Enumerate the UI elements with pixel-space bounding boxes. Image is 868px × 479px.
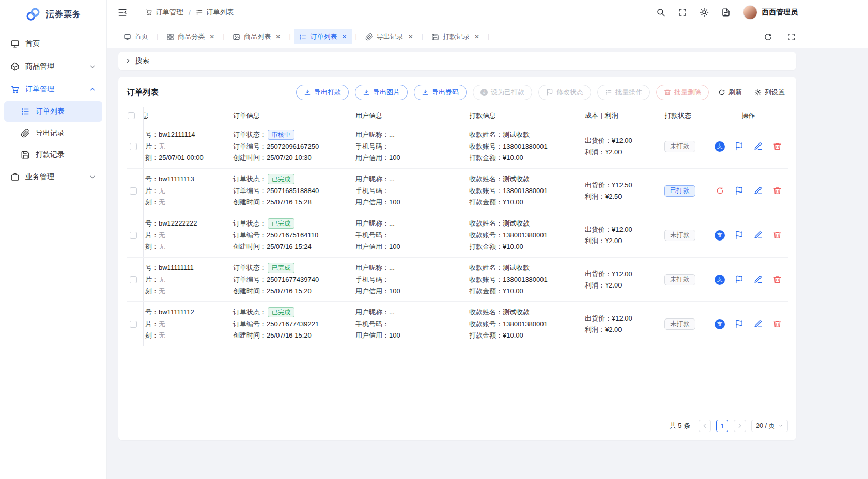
- table-row: 号：bw12111114 片：无 刻：25/07/01 00:00 订单状态：审…: [127, 124, 788, 169]
- edit-icon[interactable]: [752, 318, 764, 330]
- set-paid-button[interactable]: 支 设为已打款: [473, 85, 532, 100]
- page-size-select[interactable]: 20 / 页: [751, 420, 788, 432]
- product-time: 25/07/01 00:00: [159, 152, 204, 164]
- column-settings-button[interactable]: 列设置: [751, 85, 788, 100]
- product-image: 无: [159, 230, 165, 241]
- sidebar-item-order-management[interactable]: 订单管理: [4, 78, 102, 100]
- header-payment-status: 打款状态: [657, 107, 709, 124]
- batch-operations-button[interactable]: 批量操作: [597, 85, 650, 100]
- fullscreen-icon[interactable]: [787, 33, 796, 41]
- refresh-button[interactable]: 刷新: [715, 85, 745, 100]
- tab-separator: |: [355, 33, 357, 40]
- select-all-checkbox[interactable]: [128, 112, 135, 119]
- payee-name: 测试收款: [503, 173, 530, 185]
- app-brand[interactable]: 沄券票务: [0, 0, 106, 29]
- document-icon[interactable]: [721, 8, 731, 17]
- row-checkbox[interactable]: [130, 276, 137, 283]
- edit-icon[interactable]: [752, 274, 764, 285]
- tab-separator: |: [157, 33, 158, 40]
- fullscreen-icon[interactable]: [678, 8, 687, 17]
- payee-account: 138001380001: [503, 318, 548, 330]
- row-checkbox[interactable]: [130, 143, 137, 150]
- table-row: 号：bw12222222 片：无 刻：无 订单状态：已完成 订单编号：25071…: [127, 213, 788, 258]
- delete-icon[interactable]: [771, 274, 783, 285]
- sidebar-item-product-management[interactable]: 商品管理: [4, 56, 102, 77]
- export-code-button[interactable]: 导出券码: [414, 85, 467, 100]
- alipay-pay-icon[interactable]: 支: [714, 230, 725, 241]
- row-checkbox[interactable]: [130, 321, 137, 328]
- sidebar-item-home[interactable]: 首页: [4, 33, 102, 55]
- sidebar-item-payment-records[interactable]: 打款记录: [4, 145, 102, 165]
- tab-product-list[interactable]: 商品列表 ✕: [227, 29, 286, 44]
- refund-icon[interactable]: [714, 185, 725, 197]
- delete-icon[interactable]: [771, 318, 783, 330]
- flag-icon[interactable]: [733, 230, 745, 241]
- user-menu[interactable]: 西西管理员: [743, 5, 798, 20]
- sidebar-item-business-management[interactable]: 业务管理: [4, 166, 102, 188]
- tab-separator: |: [488, 33, 489, 40]
- alipay-pay-icon[interactable]: 支: [714, 274, 725, 285]
- sidebar-item-export-records[interactable]: 导出记录: [4, 123, 102, 143]
- modify-status-button[interactable]: 修改状态: [538, 85, 591, 100]
- briefcase-icon: [10, 172, 20, 182]
- row-checkbox[interactable]: [130, 187, 137, 195]
- flag-icon[interactable]: [733, 318, 745, 330]
- breadcrumb-order-list[interactable]: 订单列表: [196, 8, 234, 17]
- product-time: 无: [159, 330, 165, 341]
- monitor-icon: [123, 33, 131, 41]
- main-area: 订单管理 / 订单列表 西西管理员: [107, 0, 868, 479]
- row-checkbox[interactable]: [130, 232, 137, 239]
- sidebar-item-order-list[interactable]: 订单列表: [4, 101, 102, 122]
- batch-delete-button[interactable]: 批量删除: [656, 85, 709, 100]
- header-cost-profit: 成本｜利润: [581, 107, 657, 124]
- pagination-next-button[interactable]: [734, 420, 746, 432]
- gear-icon: [754, 89, 762, 96]
- order-info-cell: 订单状态：已完成 订单编号：25071685188840 创建时间：25/07/…: [229, 169, 351, 213]
- delete-icon[interactable]: [771, 141, 783, 152]
- delete-icon[interactable]: [771, 230, 783, 241]
- breadcrumb-order-management[interactable]: 订单管理: [145, 8, 183, 17]
- edit-icon[interactable]: [752, 141, 764, 152]
- chevron-down-icon: [89, 173, 96, 181]
- tab-product-category[interactable]: 商品分类 ✕: [161, 29, 220, 44]
- flag-icon[interactable]: [733, 274, 745, 285]
- header-user-info: 用户信息: [351, 107, 465, 124]
- payment-status-cell: 未打款: [657, 124, 709, 168]
- user-info-cell: 用户昵称：... 手机号码： 用户信用：100: [351, 124, 465, 168]
- avatar: [743, 5, 757, 20]
- product-code: bw11111111: [159, 262, 194, 274]
- tab-order-list[interactable]: 订单列表 ✕: [294, 29, 352, 44]
- export-payment-button[interactable]: 导出打款: [296, 85, 349, 100]
- tab-separator: |: [289, 33, 290, 40]
- search-collapse-panel[interactable]: 搜索: [118, 52, 796, 70]
- edit-icon[interactable]: [752, 230, 764, 241]
- tab-close-icon[interactable]: ✕: [342, 34, 347, 40]
- tab-close-icon[interactable]: ✕: [408, 34, 413, 40]
- tab-close-icon[interactable]: ✕: [209, 34, 214, 40]
- monitor-icon: [10, 39, 20, 49]
- ship-price: ¥12.00: [612, 313, 632, 324]
- flag-icon[interactable]: [733, 141, 745, 152]
- search-icon[interactable]: [656, 8, 665, 17]
- payment-status-badge: 未打款: [664, 318, 695, 330]
- tab-close-icon[interactable]: ✕: [275, 34, 281, 40]
- order-number: 25072096167250: [267, 141, 319, 152]
- menu-fold-icon[interactable]: [117, 7, 128, 18]
- tab-close-icon[interactable]: ✕: [474, 34, 479, 40]
- tab-payment-records[interactable]: 打款记录 ✕: [426, 29, 485, 44]
- profit-value: ¥2.00: [605, 324, 622, 336]
- edit-icon[interactable]: [752, 185, 764, 197]
- order-info-cell: 订单状态：审核中 订单编号：25072096167250 创建时间：25/07/…: [229, 124, 351, 168]
- pagination-prev-button[interactable]: [699, 420, 711, 432]
- theme-sun-icon[interactable]: [700, 8, 709, 17]
- pagination-page-1[interactable]: 1: [716, 420, 729, 432]
- alipay-pay-icon[interactable]: 支: [714, 141, 725, 152]
- delete-icon[interactable]: [771, 185, 783, 197]
- export-image-button[interactable]: 导出图片: [355, 85, 408, 100]
- flag-icon[interactable]: [733, 185, 745, 197]
- alipay-pay-icon[interactable]: 支: [714, 318, 725, 330]
- refresh-icon[interactable]: [764, 33, 772, 41]
- payee-name: 测试收款: [503, 129, 530, 140]
- tab-export-records[interactable]: 导出记录 ✕: [360, 29, 419, 44]
- tab-home[interactable]: 首页: [118, 29, 153, 44]
